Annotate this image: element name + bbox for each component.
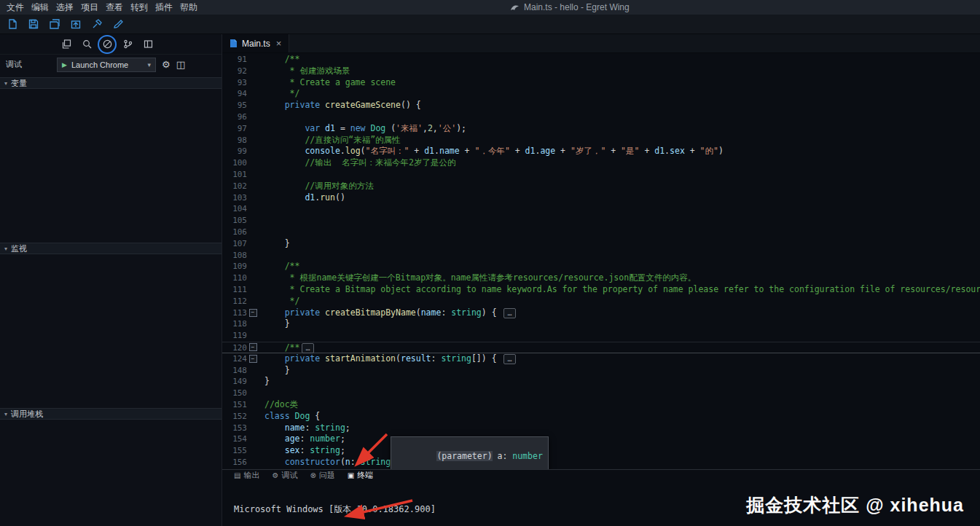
publish-icon[interactable] bbox=[112, 18, 124, 30]
section-callstack[interactable]: ▾ 调用堆栈 bbox=[0, 408, 222, 420]
code-line: 153 name: string; bbox=[222, 423, 980, 434]
code-line: 149} bbox=[222, 376, 980, 388]
folded-code-ellipsis[interactable]: … bbox=[503, 308, 515, 318]
line-text bbox=[259, 203, 980, 215]
debug-settings-gear-icon[interactable]: ⚙ bbox=[162, 59, 170, 70]
code-line: 105 bbox=[222, 215, 980, 227]
fold-gutter bbox=[247, 388, 259, 399]
line-number: 93 bbox=[222, 77, 247, 89]
fold-gutter bbox=[247, 238, 259, 250]
menu-help[interactable]: 帮助 bbox=[176, 1, 201, 14]
fold-gutter bbox=[247, 411, 259, 423]
code-line: 120 /**… bbox=[222, 342, 980, 353]
menu-view[interactable]: 查看 bbox=[102, 1, 127, 14]
export-icon[interactable] bbox=[70, 18, 82, 30]
tooltip-name: a: bbox=[493, 451, 513, 461]
line-number: 124 bbox=[222, 353, 247, 365]
line-text: class Dog { bbox=[259, 411, 980, 423]
panel-tab-terminal[interactable]: ▣ 终端 bbox=[348, 470, 373, 481]
line-number: 113 bbox=[222, 307, 247, 319]
egret-logo-icon bbox=[510, 4, 520, 12]
fold-gutter bbox=[247, 192, 259, 204]
debug-controls: 调试 ▶ Launch Chrome ▾ ⚙ ◫ bbox=[0, 55, 222, 74]
parameter-hover-tooltip: (parameter) a: number bbox=[391, 436, 549, 469]
section-watch[interactable]: ▾ 监视 bbox=[0, 243, 222, 254]
line-text bbox=[259, 111, 980, 123]
line-text bbox=[259, 388, 980, 399]
fold-marker-icon[interactable] bbox=[247, 353, 259, 365]
line-number: 148 bbox=[222, 365, 247, 377]
code-line: 109 /** bbox=[222, 261, 980, 272]
menu-edit[interactable]: 编辑 bbox=[28, 1, 52, 14]
menu-goto[interactable]: 转到 bbox=[127, 1, 152, 14]
chevron-icon: ▾ bbox=[4, 246, 7, 252]
save-icon[interactable] bbox=[28, 18, 39, 30]
line-text: } bbox=[259, 238, 980, 250]
folded-code-ellipsis[interactable]: … bbox=[503, 354, 515, 364]
debug-console-toggle-icon[interactable]: ◫ bbox=[176, 59, 185, 70]
line-number: 95 bbox=[222, 100, 247, 111]
fold-gutter bbox=[247, 215, 259, 227]
section-variables[interactable]: ▾ 变量 bbox=[0, 77, 222, 89]
line-text: * Create a game scene bbox=[259, 77, 980, 89]
code-line: 93 * Create a game scene bbox=[222, 77, 980, 89]
code-line: 106 bbox=[222, 227, 980, 238]
code-line: 91 /** bbox=[222, 54, 980, 66]
code-editor[interactable]: 91 /**92 * 创建游戏场景93 * Create a game scen… bbox=[222, 53, 980, 469]
code-line: 156 constructor(n: string, a: number, s:… bbox=[222, 457, 980, 468]
source-control-icon[interactable] bbox=[122, 39, 133, 50]
menu-select[interactable]: 选择 bbox=[52, 1, 77, 14]
code-line: 151//doc类 bbox=[222, 399, 980, 411]
folded-code-ellipsis[interactable]: … bbox=[302, 343, 313, 353]
line-number: 109 bbox=[222, 261, 247, 272]
code-line: 124 private startAnimation(result: strin… bbox=[222, 353, 980, 365]
explorer-icon[interactable] bbox=[61, 39, 72, 50]
panel-tab-problems[interactable]: ⊗ 问题 bbox=[310, 470, 334, 481]
line-number: 103 bbox=[222, 192, 247, 204]
fold-gutter bbox=[247, 445, 259, 457]
fold-gutter bbox=[247, 296, 259, 307]
layout-icon[interactable] bbox=[143, 39, 154, 50]
line-text: * Create a Bitmap object according to na… bbox=[259, 284, 980, 296]
line-text: */ bbox=[259, 296, 980, 307]
line-number: 91 bbox=[222, 54, 247, 66]
highlight-ring-annotation bbox=[98, 35, 117, 54]
menu-plugin[interactable]: 插件 bbox=[152, 1, 176, 14]
line-number: 105 bbox=[222, 215, 247, 227]
menu-project[interactable]: 项目 bbox=[77, 1, 102, 14]
tab-main-ts[interactable]: Main.ts × bbox=[222, 34, 289, 52]
fold-marker-icon[interactable] bbox=[247, 342, 259, 353]
start-debug-icon[interactable]: ▶ bbox=[62, 61, 67, 68]
close-icon[interactable]: × bbox=[276, 38, 282, 49]
fold-gutter bbox=[247, 272, 259, 284]
fold-marker-icon[interactable] bbox=[247, 307, 259, 319]
editor-tabbar: Main.ts × bbox=[222, 34, 980, 53]
code-line: 101 bbox=[222, 169, 980, 181]
line-text bbox=[259, 215, 980, 227]
fold-gutter bbox=[247, 227, 259, 238]
search-icon[interactable] bbox=[82, 39, 93, 50]
build-icon[interactable] bbox=[91, 18, 103, 30]
line-number: 156 bbox=[222, 457, 247, 468]
line-number: 94 bbox=[222, 88, 247, 100]
line-number: 112 bbox=[222, 296, 247, 307]
menu-file[interactable]: 文件 bbox=[3, 1, 28, 14]
line-number: 99 bbox=[222, 146, 247, 157]
panel-tab-output[interactable]: ▤ 输出 bbox=[234, 470, 259, 481]
fold-gutter bbox=[247, 250, 259, 262]
code-line: 95 private createGameScene() { bbox=[222, 100, 980, 111]
save-all-icon[interactable] bbox=[49, 18, 60, 30]
panel-tab-debug-console[interactable]: ⚙ 调试 bbox=[272, 470, 297, 481]
line-text: name: string; bbox=[259, 423, 980, 434]
fold-gutter bbox=[247, 399, 259, 411]
debug-config-dropdown[interactable]: ▶ Launch Chrome ▾ bbox=[57, 58, 156, 72]
new-file-icon[interactable] bbox=[7, 18, 18, 30]
line-text: /** bbox=[259, 261, 980, 272]
code-line: 119 bbox=[222, 330, 980, 342]
file-ts-icon bbox=[230, 39, 238, 48]
line-number: 119 bbox=[222, 330, 247, 342]
code-line: 154 age: number; bbox=[222, 433, 980, 445]
line-text: d1.run() bbox=[259, 192, 980, 204]
line-text: private startAnimation(result: string[])… bbox=[259, 353, 980, 365]
line-number: 149 bbox=[222, 376, 247, 388]
